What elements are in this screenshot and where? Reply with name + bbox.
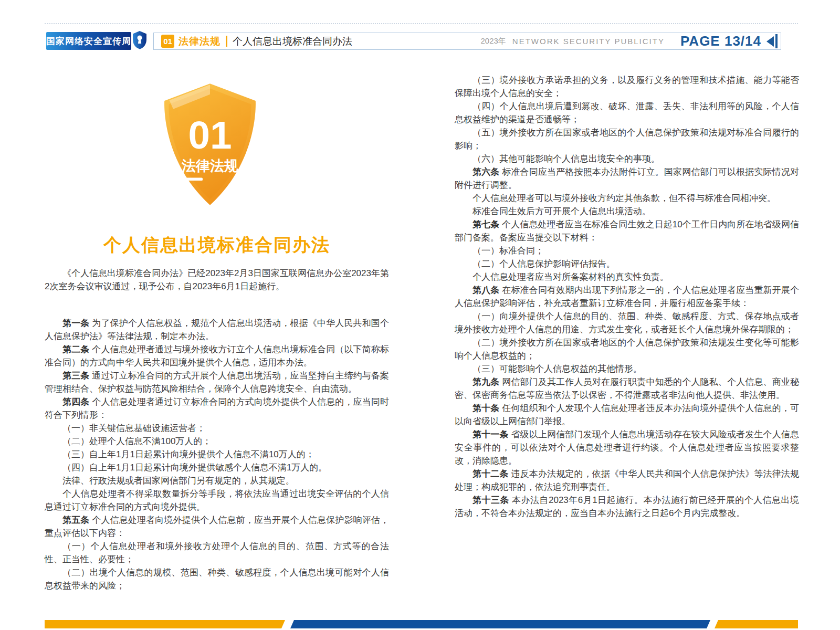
paragraph: （一）标准合同； <box>455 244 799 257</box>
left-column-body: 第一条 为了保护个人信息权益，规范个人信息出境活动，根据《中华人民共和国个人信息… <box>45 317 389 592</box>
header-year: 2023年 <box>480 36 506 46</box>
paragraph: 第七条 个人信息处理者应当在标准合同生效之日起10个工作日内向所在地省级网信部门… <box>455 218 799 244</box>
footer-bar-orange-left <box>45 620 285 628</box>
paragraph: 个人信息处理者不得采取数量拆分等手段，将依法应当通过出境安全评估的个人信息通过订… <box>45 487 389 513</box>
paragraph: 第八条 在标准合同有效期内出现下列情形之一的，个人信息处理者应当重新开展个人信息… <box>455 284 799 310</box>
paragraph: （二）个人信息保护影响评估报告。 <box>455 257 799 270</box>
paragraph: （二）出境个人信息的规模、范围、种类、敏感程度，个人信息出境可能对个人信息权益带… <box>45 566 389 592</box>
left-column: 01 法律法规 个人信息出境标准合同办法 《个人信息出境标准合同办法》已经202… <box>45 74 389 592</box>
top-dotted-rule <box>45 23 798 24</box>
paragraph: 第五条 个人信息处理者向境外提供个人信息前，应当开展个人信息保护影响评估，重点评… <box>45 513 389 540</box>
security-shield-lock-icon <box>132 30 147 49</box>
chapter-shield-number: 01 <box>188 113 232 157</box>
right-column-body: （三）境外接收方承诺承担的义务，以及履行义务的管理和技术措施、能力等能否保障出境… <box>455 74 799 520</box>
paragraph: 第一条 为了保护个人信息权益，规范个人信息出境活动，根据《中华人民共和国个人信息… <box>45 317 389 343</box>
paragraph: （三）境外接收方承诺承担的义务，以及履行义务的管理和技术措施、能力等能否保障出境… <box>455 74 799 100</box>
page-indicator: PAGE 13/14 <box>680 33 761 49</box>
event-badge-label: 国家网络安全宣传周 <box>46 35 131 47</box>
header-divider <box>226 36 227 47</box>
paragraph: 第四条 个人信息处理者通过订立标准合同的方式向境外提供个人信息的，应当同时符合下… <box>45 395 389 422</box>
header-bar: 01 法律法规 个人信息出境标准合同办法 2023年 NETWORK SECUR… <box>153 33 781 50</box>
paragraph: 第六条 标准合同应当严格按照本办法附件订立。国家网信部门可以根据实际情况对附件进… <box>455 165 799 192</box>
paragraph: （四）个人信息出境后遭到篡改、破坏、泄露、丢失、非法利用等的风险，个人信息权益维… <box>455 100 799 126</box>
chapter-shield-label: 法律法规 <box>181 158 238 174</box>
paragraph: （一）个人信息处理者和境外接收方处理个人信息的目的、范围、方式等的合法性、正当性… <box>45 540 389 566</box>
paragraph: （五）境外接收方所在国家或者地区的个人信息保护政策和法规对标准合同履行的影响； <box>455 126 799 152</box>
paragraph: （二）境外接收方所在国家或者地区的个人信息保护政策和法规发生变化等可能影响个人信… <box>455 336 799 362</box>
paragraph: （三）自上年1月1日起累计向境外提供个人信息不满10万人的； <box>45 448 389 461</box>
paragraph: 第十二条 违反本办法规定的，依据《中华人民共和国个人信息保护法》等法律法规处理；… <box>455 467 799 494</box>
paragraph: （四）自上年1月1日起累计向境外提供敏感个人信息不满1万人的。 <box>45 461 389 474</box>
paragraph: 法律、行政法规或者国家网信部门另有规定的，从其规定。 <box>45 474 389 487</box>
paragraph: 第十一条 省级以上网信部门发现个人信息出境活动存在较大风险或者发生个人信息安全事… <box>455 428 799 467</box>
paragraph: （三）可能影响个人信息权益的其他情形。 <box>455 362 799 375</box>
paragraph: （一）非关键信息基础设施运营者； <box>45 422 389 435</box>
paragraph: （二）处理个人信息不满100万人的； <box>45 435 389 448</box>
paragraph: 个人信息处理者可以与境外接收方约定其他条款，但不得与标准合同相冲突。 <box>455 192 799 205</box>
paragraph: 标准合同生效后方可开展个人信息出境活动。 <box>455 205 799 218</box>
chapter-shield-icon: 01 法律法规 <box>159 82 261 207</box>
paragraph: 个人信息处理者应当对所备案材料的真实性负责。 <box>455 270 799 284</box>
paragraph: （六）其他可能影响个人信息出境安全的事项。 <box>455 152 799 165</box>
chapter-shield: 01 法律法规 <box>159 82 261 207</box>
paragraph: 第二条 个人信息处理者通过与境外接收方订立个人信息出境标准合同（以下简称标准合同… <box>45 343 389 369</box>
paragraph: 第三条 通过订立标准合同的方式开展个人信息出境活动，应当坚持自主缔约与备案管理相… <box>45 369 389 395</box>
document-page: 国家网络安全宣传周 01 法律法规 个人信息出境标准合同办法 2023年 NET… <box>0 0 840 630</box>
paragraph: （一）向境外提供个人信息的目的、范围、种类、敏感程度、方式、保存地点或者境外接收… <box>455 310 799 336</box>
page-title: 个人信息出境标准合同办法 <box>45 234 389 255</box>
footer-bar-orange-right <box>715 620 798 628</box>
paragraph: 第九条 网信部门及其工作人员对在履行职责中知悉的个人隐私、个人信息、商业秘密、保… <box>455 375 799 402</box>
paragraph: 第十三条 本办法自2023年6月1日起施行。本办法施行前已经开展的个人信息出境活… <box>455 494 799 520</box>
section-number: 01 <box>163 37 172 46</box>
page-indicator-bar <box>775 34 778 48</box>
event-badge: 国家网络安全宣传周 <box>46 32 131 50</box>
header-doc-title: 个人信息出境标准合同办法 <box>233 35 352 48</box>
right-column: （三）境外接收方承诺承担的义务，以及履行义务的管理和技术措施、能力等能否保障出境… <box>455 74 799 520</box>
paragraph: 第十条 任何组织和个人发现个人信息处理者违反本办法向境外提供个人信息的，可以向省… <box>455 402 799 428</box>
section-number-chip: 01 <box>161 35 174 48</box>
page-prev-arrow-icon <box>766 36 774 47</box>
header-subtitle-en: NETWORK SECURITY PUBLICITY <box>512 37 665 46</box>
intro-paragraph: 《个人信息出境标准合同办法》已经2023年2月3日国家互联网信息办公室2023年… <box>45 267 389 293</box>
section-label: 法律法规 <box>178 35 220 48</box>
footer-bar-blue <box>290 620 710 628</box>
